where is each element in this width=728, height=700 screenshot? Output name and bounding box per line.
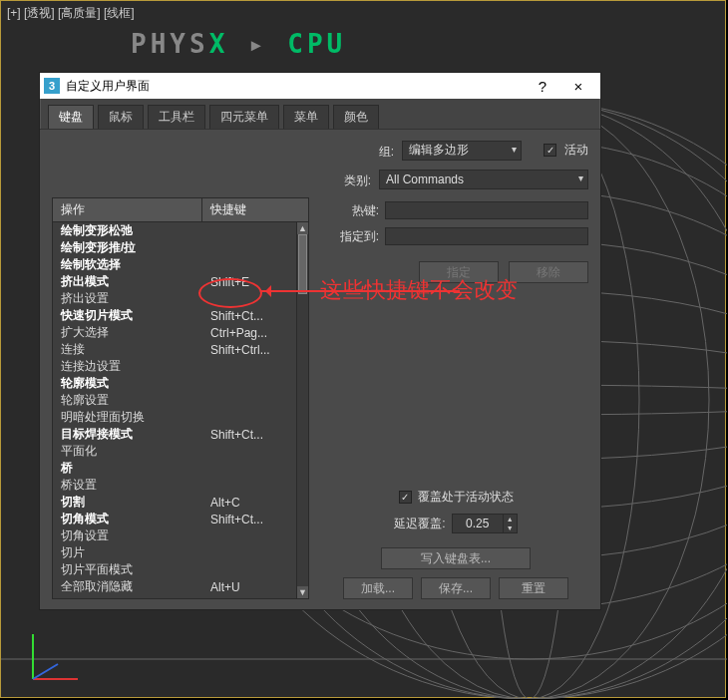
group-label: 组: bbox=[106, 140, 394, 161]
list-item[interactable]: 全部取消隐藏Alt+U bbox=[53, 578, 296, 595]
list-item-action: 轮廓模式 bbox=[53, 375, 202, 392]
list-item[interactable]: 目标焊接模式Shift+Ct... bbox=[53, 426, 296, 443]
list-item-action: 挤出设置 bbox=[53, 290, 202, 307]
group-select[interactable]: 编辑多边形 bbox=[402, 141, 522, 161]
tab-menu[interactable]: 菜单 bbox=[283, 105, 329, 129]
list-item-shortcut: Alt+U bbox=[202, 580, 296, 594]
list-item[interactable]: 平面化 bbox=[53, 443, 296, 460]
list-item-shortcut: Shift+E bbox=[202, 275, 296, 289]
delay-label: 延迟覆盖: bbox=[394, 516, 445, 532]
list-item[interactable]: 挤出设置 bbox=[53, 290, 296, 307]
list-item[interactable]: 明暗处理面切换 bbox=[53, 409, 296, 426]
list-item-shortcut: Shift+Ct... bbox=[202, 428, 296, 442]
svg-line-15 bbox=[33, 664, 58, 679]
scroll-up-icon[interactable]: ▲ bbox=[297, 222, 308, 234]
write-keyboard-button[interactable]: 写入键盘表... bbox=[381, 547, 531, 569]
tab-bar: 键盘 鼠标 工具栏 四元菜单 菜单 颜色 bbox=[40, 99, 600, 130]
viewport: [+] [透视] [高质量] [线框] PHYSX ▸ CPU 3 自定义用户界… bbox=[0, 0, 726, 698]
list-item-action: 连接边设置 bbox=[53, 358, 202, 375]
list-item-shortcut: Shift+Ct... bbox=[202, 513, 296, 526]
list-item-shortcut: Alt+C bbox=[202, 496, 296, 510]
dialog-title: 自定义用户界面 bbox=[66, 78, 150, 95]
load-button[interactable]: 加载... bbox=[343, 577, 413, 599]
assign-button[interactable]: 指定 bbox=[419, 261, 499, 283]
list-item-action: 切角设置 bbox=[53, 527, 202, 544]
list-item-action: 全部取消隐藏 bbox=[53, 578, 202, 595]
override-label: 覆盖处于活动状态 bbox=[418, 489, 514, 506]
tab-mouse[interactable]: 鼠标 bbox=[98, 105, 144, 129]
tab-color[interactable]: 颜色 bbox=[333, 105, 379, 129]
viewport-label[interactable]: [+] [透视] [高质量] [线框] bbox=[7, 5, 135, 22]
list-item[interactable]: 切片平面模式 bbox=[53, 561, 296, 578]
list-item-action: 绘制软选择 bbox=[53, 256, 202, 273]
list-item-action: 切片平面模式 bbox=[53, 561, 202, 578]
list-item[interactable]: 轮廓模式 bbox=[53, 375, 296, 392]
tab-keyboard[interactable]: 键盘 bbox=[48, 105, 94, 129]
list-item[interactable]: 桥 bbox=[53, 460, 296, 477]
list-item[interactable]: 切片 bbox=[53, 544, 296, 561]
list-item-shortcut: Ctrl+Pag... bbox=[202, 326, 296, 340]
help-button[interactable]: ? bbox=[525, 73, 560, 99]
assigned-input[interactable] bbox=[385, 227, 588, 245]
category-select[interactable]: All Commands bbox=[379, 170, 588, 189]
list-item-action: 绘制变形松弛 bbox=[53, 222, 202, 239]
list-item[interactable]: 连接边设置 bbox=[53, 358, 296, 375]
delay-spinner[interactable]: 0.25 ▲▼ bbox=[452, 514, 518, 533]
list-item-action: 切割 bbox=[53, 494, 202, 511]
active-checkbox[interactable]: ✓ bbox=[544, 144, 556, 157]
chevron-down-icon[interactable]: ▼ bbox=[504, 524, 517, 532]
axis-gizmo[interactable] bbox=[23, 619, 93, 689]
close-button[interactable]: × bbox=[560, 73, 596, 99]
list-item-action: 切角模式 bbox=[53, 511, 202, 527]
physx-logo: PHYSX ▸ CPU bbox=[131, 29, 346, 59]
list-item[interactable]: 轮廓设置 bbox=[53, 392, 296, 409]
action-list: 操作 快捷键 绘制变形松弛绘制变形推/拉绘制软选择挤出模式Shift+E挤出设置… bbox=[52, 197, 309, 599]
list-item[interactable]: 切角模式Shift+Ct... bbox=[53, 511, 296, 527]
list-item-action: 桥 bbox=[53, 460, 202, 477]
list-item[interactable]: 快速切片模式Shift+Ct... bbox=[53, 307, 296, 324]
active-checkbox-label: 活动 bbox=[564, 142, 588, 159]
list-item-action: 平面化 bbox=[53, 443, 202, 460]
list-item[interactable]: 绘制变形松弛 bbox=[53, 222, 296, 239]
list-item[interactable]: 桥设置 bbox=[53, 477, 296, 494]
list-item-action: 快速切片模式 bbox=[53, 307, 202, 324]
override-checkbox[interactable]: ✓ bbox=[399, 491, 412, 504]
save-button[interactable]: 保存... bbox=[421, 577, 491, 599]
chevron-up-icon[interactable]: ▲ bbox=[504, 515, 517, 524]
list-item[interactable]: 扩大选择Ctrl+Pag... bbox=[53, 324, 296, 341]
list-item[interactable]: 切角设置 bbox=[53, 527, 296, 544]
list-item[interactable]: 绘制软选择 bbox=[53, 256, 296, 273]
list-item[interactable]: 挤出模式Shift+E bbox=[53, 273, 296, 290]
remove-button[interactable]: 移除 bbox=[509, 261, 588, 283]
scroll-thumb[interactable] bbox=[298, 234, 307, 294]
list-item-action: 切片 bbox=[53, 544, 202, 561]
list-item[interactable]: 切割Alt+C bbox=[53, 494, 296, 511]
assigned-label: 指定到: bbox=[323, 228, 379, 245]
titlebar[interactable]: 3 自定义用户界面 ? × bbox=[40, 73, 600, 99]
list-item-action: 明暗处理面切换 bbox=[53, 409, 202, 426]
list-item[interactable]: 绘制变形推/拉 bbox=[53, 239, 296, 256]
list-item-action: 扩大选择 bbox=[53, 324, 202, 341]
list-item-action: 挤出模式 bbox=[53, 273, 202, 290]
tab-toolbar[interactable]: 工具栏 bbox=[148, 105, 205, 129]
list-item[interactable]: 连接Shift+Ctrl... bbox=[53, 341, 296, 358]
list-item-action: 轮廓设置 bbox=[53, 392, 202, 409]
list-item-action: 目标焊接模式 bbox=[53, 426, 202, 443]
reset-button[interactable]: 重置 bbox=[499, 577, 568, 599]
list-item-shortcut: Shift+Ctrl... bbox=[202, 343, 296, 357]
header-shortcut[interactable]: 快捷键 bbox=[202, 198, 308, 221]
list-scrollbar[interactable]: ▲ ▼ bbox=[296, 222, 308, 598]
customize-ui-dialog: 3 自定义用户界面 ? × 键盘 鼠标 工具栏 四元菜单 菜单 颜色 组: 编辑… bbox=[39, 72, 601, 610]
hotkey-label: 热键: bbox=[323, 202, 379, 219]
list-header[interactable]: 操作 快捷键 bbox=[53, 198, 308, 222]
list-item-action: 绘制变形推/拉 bbox=[53, 239, 202, 256]
hotkey-input[interactable] bbox=[385, 201, 588, 219]
app-icon: 3 bbox=[44, 78, 60, 94]
right-panel: 热键: 指定到: 指定 移除 ✓ 覆盖处于活动状态 bbox=[323, 197, 588, 599]
scroll-down-icon[interactable]: ▼ bbox=[297, 586, 308, 598]
category-label: 类别: bbox=[52, 169, 371, 189]
tab-quadmenu[interactable]: 四元菜单 bbox=[209, 105, 279, 129]
list-item-action: 桥设置 bbox=[53, 477, 202, 494]
header-action[interactable]: 操作 bbox=[53, 198, 202, 221]
list-item-shortcut: Shift+Ct... bbox=[202, 309, 296, 323]
